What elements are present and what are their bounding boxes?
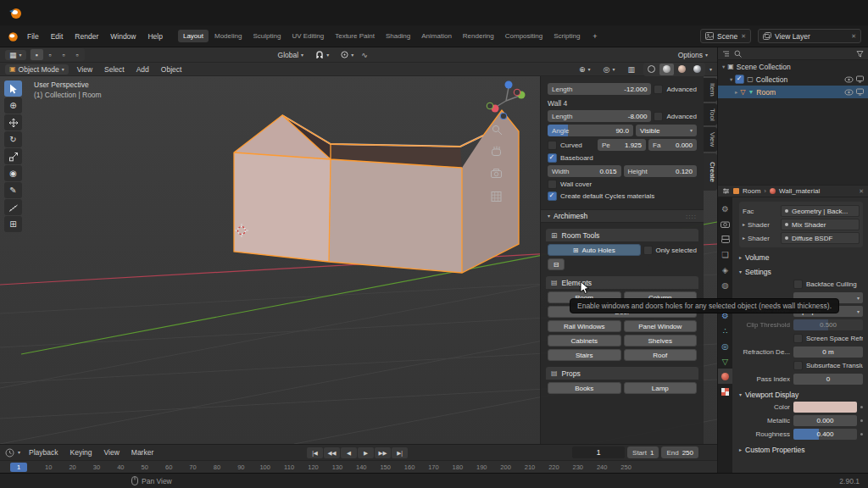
frame-tick[interactable]: 250 bbox=[614, 463, 637, 471]
element-button[interactable]: Shelves bbox=[624, 335, 698, 347]
frame-tick[interactable]: 240 bbox=[590, 463, 614, 471]
transport-button[interactable]: ▶▶ bbox=[375, 447, 391, 458]
timeline-ruler[interactable]: 1102030405060708090100110120130140150160… bbox=[0, 460, 717, 473]
fa-field[interactable]: Fa0.000 bbox=[648, 139, 697, 151]
roughness-slider[interactable]: 0.400 bbox=[793, 429, 857, 440]
snap-toggle[interactable]: ▾ bbox=[311, 50, 333, 60]
view-layer-selector[interactable]: View Layer ✕ bbox=[758, 29, 861, 43]
clip-threshold-slider[interactable]: 0.500 bbox=[793, 319, 863, 330]
proportional-edit-toggle[interactable]: ▾ bbox=[337, 50, 358, 59]
viewport-display-panel-header[interactable]: ▾Viewport Display bbox=[739, 391, 863, 399]
hide-eye-icon[interactable] bbox=[844, 76, 854, 83]
workspace-tab[interactable]: Sculpting bbox=[248, 30, 286, 42]
topbar-menu-item[interactable]: Edit bbox=[46, 30, 69, 42]
rotate-tool[interactable]: ↻ bbox=[4, 131, 22, 147]
timeline-menu-item[interactable]: View bbox=[99, 446, 125, 458]
transport-button[interactable]: ▶| bbox=[392, 447, 408, 458]
pe-field[interactable]: Pe1.925 bbox=[598, 139, 646, 151]
auto-holes-button[interactable]: ⊞ Auto Holes bbox=[548, 244, 641, 256]
prop-button[interactable]: Books bbox=[548, 382, 621, 394]
frame-end-field[interactable]: End250 bbox=[661, 446, 698, 458]
advanced-checkbox[interactable]: Advanced bbox=[654, 112, 697, 121]
outliner-row-room[interactable]: ▸ ▽ ▼ Room bbox=[718, 86, 868, 98]
baseboard-checkbox[interactable]: Baseboard bbox=[548, 153, 593, 163]
breadcrumb-material[interactable]: Wall_material bbox=[779, 187, 820, 195]
curved-checkbox[interactable]: Curved bbox=[548, 141, 595, 150]
transform-tool[interactable]: ◉ bbox=[4, 165, 22, 181]
workspace-tab[interactable]: Compositing bbox=[500, 30, 548, 42]
room-tool-icon-button[interactable]: ⊟ bbox=[548, 258, 565, 270]
frame-tick[interactable]: 190 bbox=[470, 463, 493, 471]
refraction-depth-field[interactable]: 0 m bbox=[793, 347, 863, 358]
options-dropdown[interactable]: Options▾ bbox=[674, 50, 712, 60]
disable-viewport-icon[interactable] bbox=[856, 88, 864, 96]
sidebar-tab[interactable]: View bbox=[704, 127, 717, 152]
room-tools-subpanel-header[interactable]: ⊞ Room Tools bbox=[546, 229, 698, 241]
filter-funnel-icon[interactable] bbox=[856, 50, 864, 58]
workspace-tab[interactable]: Rendering bbox=[458, 30, 499, 42]
viewport-color-swatch[interactable] bbox=[793, 402, 857, 413]
topbar-menu-item[interactable]: File bbox=[22, 30, 44, 42]
frame-tick[interactable]: 80 bbox=[205, 463, 229, 471]
breadcrumb-object[interactable]: Room bbox=[743, 187, 760, 195]
overlays-toggle[interactable]: ◎▾ bbox=[599, 64, 620, 75]
element-button[interactable]: Stairs bbox=[548, 349, 621, 361]
viewport-menu-item[interactable]: View bbox=[72, 64, 97, 75]
timeline-menu-item[interactable]: Marker bbox=[126, 446, 159, 458]
frame-tick[interactable]: 220 bbox=[542, 463, 565, 471]
frame-tick[interactable]: 210 bbox=[518, 463, 542, 471]
subsurface-translucency-checkbox[interactable]: Subsurface Translu... bbox=[793, 361, 863, 370]
angle-field[interactable]: Angle90.0 bbox=[548, 125, 633, 136]
advanced-checkbox[interactable]: Advanced bbox=[654, 85, 697, 94]
select-option-icon[interactable]: ▫ bbox=[71, 49, 84, 60]
shading-dropdown-icon[interactable]: ▾ bbox=[709, 67, 712, 72]
transport-button[interactable]: ▶ bbox=[358, 447, 374, 458]
frame-tick[interactable]: 40 bbox=[108, 463, 132, 471]
xray-toggle[interactable]: ▥ bbox=[623, 64, 639, 75]
select-option-icon[interactable]: ▫ bbox=[58, 49, 70, 60]
frame-tick[interactable]: 150 bbox=[373, 463, 397, 471]
workspace-tab[interactable]: Texture Paint bbox=[330, 30, 380, 42]
workspace-tab[interactable]: Scripting bbox=[548, 30, 585, 42]
element-button[interactable]: Panel Window bbox=[624, 320, 698, 332]
sidebar-tab[interactable]: Item bbox=[704, 78, 717, 102]
tab-scene[interactable]: ◈ bbox=[718, 262, 732, 277]
wall-cover-checkbox[interactable]: Wall cover bbox=[548, 180, 592, 189]
add-workspace-button[interactable]: + bbox=[588, 30, 601, 42]
transport-button[interactable]: ◀ bbox=[341, 447, 357, 458]
properties-editor-icon[interactable] bbox=[722, 187, 730, 195]
workspace-tab[interactable]: UV Editing bbox=[287, 30, 329, 42]
falloff-icon[interactable]: ∿ bbox=[361, 51, 368, 59]
shading-material-button[interactable] bbox=[675, 64, 689, 75]
frame-tick[interactable]: 30 bbox=[85, 463, 108, 471]
frame-start-field[interactable]: Start1 bbox=[627, 446, 659, 458]
pass-index-field[interactable]: 0 bbox=[793, 374, 863, 385]
annotate-tool[interactable]: ✎ bbox=[4, 182, 22, 198]
transport-button[interactable]: ◀◀ bbox=[324, 447, 340, 458]
viewport-menu-item[interactable]: Object bbox=[156, 64, 187, 75]
elements-subpanel-header[interactable]: ▤ Elements bbox=[546, 276, 698, 289]
mix-shader-input[interactable]: Mix Shader bbox=[781, 219, 860, 230]
tab-render[interactable] bbox=[718, 216, 732, 231]
tab-particles[interactable]: ∴ bbox=[718, 323, 732, 338]
tab-material[interactable] bbox=[718, 369, 732, 384]
topbar-menu-item[interactable]: Render bbox=[70, 30, 103, 42]
tab-world[interactable]: ◍ bbox=[718, 277, 732, 292]
length-field[interactable]: Length-8.000 bbox=[548, 110, 651, 122]
only-selected-checkbox[interactable]: Only selected bbox=[643, 246, 697, 255]
archimesh-panel-header[interactable]: ▾Archimesh:::: bbox=[541, 209, 704, 223]
frame-tick[interactable]: 140 bbox=[349, 463, 373, 471]
frame-tick[interactable]: 90 bbox=[229, 463, 253, 471]
tab-tool[interactable]: ⚙ bbox=[718, 201, 732, 216]
topbar-menu-item[interactable]: Help bbox=[142, 30, 167, 42]
gizmo-toggle[interactable]: ⊕▾ bbox=[575, 64, 595, 75]
scene-unlink-icon[interactable]: ✕ bbox=[741, 33, 746, 40]
select-option-icon[interactable]: ▫ bbox=[44, 49, 57, 60]
frame-tick[interactable]: 160 bbox=[398, 463, 421, 471]
frame-tick[interactable]: 230 bbox=[566, 463, 590, 471]
timeline-editor-icon[interactable] bbox=[5, 448, 14, 458]
timeline-menu-item[interactable]: Keying bbox=[65, 446, 97, 458]
hide-eye-icon[interactable] bbox=[844, 89, 854, 96]
prop-button[interactable]: Lamp bbox=[624, 382, 698, 394]
length-field-top[interactable]: Length-12.000 bbox=[548, 83, 651, 95]
